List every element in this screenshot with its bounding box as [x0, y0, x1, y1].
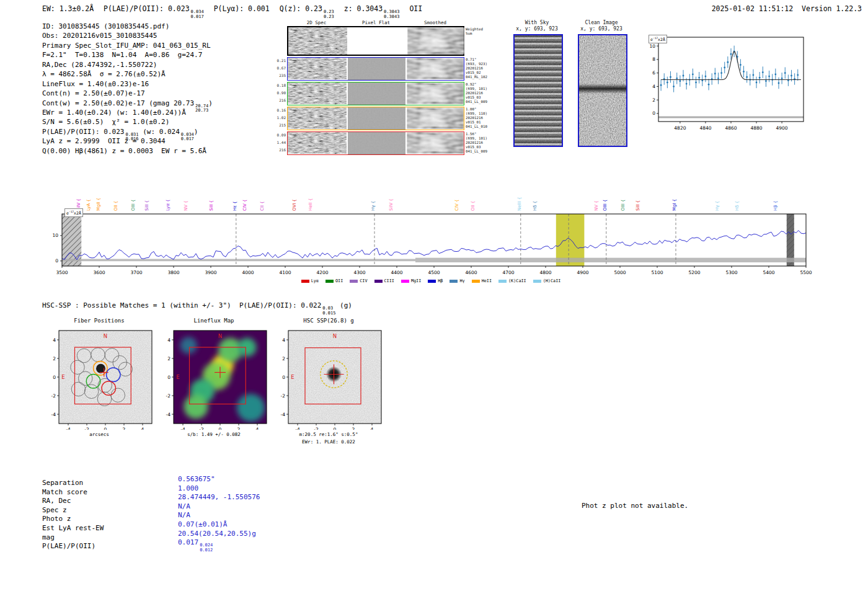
lineflux-map-plot: -4-4-2-2002244NE	[152, 327, 276, 430]
svg-text:4500: 4500	[428, 270, 440, 275]
svg-text:4100: 4100	[279, 270, 291, 275]
annotation-line: 041_RL_102	[466, 75, 487, 79]
svg-text:4880: 4880	[751, 125, 763, 131]
fiber-cutout-row	[287, 131, 464, 155]
line-label-LyA: LyA {	[86, 199, 91, 211]
legend-item-HeII: HeII	[472, 278, 492, 283]
spectrum-legend: LyαOIICIVCIIIMgIIHβHγHeII(K)CaII(H)CaII	[43, 278, 818, 283]
col-header-2dspec: 2D Spec	[287, 20, 346, 25]
info-line: Primary Spec_Slot_IFU_AMP: 041_063_015_R…	[42, 42, 213, 51]
svg-text:0: 0	[652, 110, 655, 116]
pixelflat-strip	[348, 107, 405, 130]
legend-label: Hβ	[438, 278, 443, 283]
match-field-value: 0.563675"	[178, 475, 215, 483]
fiber-row-annotation: 1.56"(699, 101)20201216v015_03041_LL_009	[466, 132, 487, 154]
legend-label: (H)CaII	[543, 278, 561, 283]
match-table-row: Photo zN/A	[42, 515, 260, 524]
legend-label: Lyα	[311, 278, 319, 283]
svg-text:5100: 5100	[651, 270, 663, 275]
text-segment: P(LAE)/P(OII): 0.023	[104, 4, 189, 13]
match-value-text: N/A	[178, 502, 190, 510]
svg-text:-4: -4	[281, 412, 286, 417]
annotation-line: 1.00"	[466, 107, 487, 112]
bright-blob	[415, 110, 455, 127]
legend-item-Hγ: Hγ	[450, 278, 464, 283]
spec2d-cutouts: 2D Spec Pixel Flat Smoothed WeightedSum0…	[275, 17, 496, 163]
info-line: RA,Dec (28.474392,-1.550722)	[42, 61, 213, 70]
bright-blob	[416, 30, 456, 52]
annotation-line: v015_01	[466, 120, 487, 125]
annotation-line: 1.56"	[466, 132, 487, 136]
noise-texture	[348, 58, 405, 79]
sub-value: 20.73	[195, 109, 208, 113]
svg-text:4600: 4600	[465, 270, 477, 275]
stat-value: 0.16	[275, 107, 286, 114]
fiber-positions-plot: -4-4-2-2002244NE	[37, 327, 161, 430]
svg-text:3500: 3500	[56, 270, 68, 275]
clean-coords: x, y: 693, 923	[573, 26, 630, 32]
smoothed-strip	[407, 132, 464, 154]
pixelflat-strip	[348, 82, 405, 105]
catalog-match-table: Separation0.563675"Match score1.000RA, D…	[42, 479, 260, 551]
info-line: S/N = 5.6(±0.5) χ² = 1.0(±0.2)	[42, 118, 213, 127]
sup-sub-value: 0.030.015	[322, 306, 335, 316]
line-label-CIV: CIV {	[454, 200, 459, 211]
match-table-row: RA, Dec28.474449, -1.550576	[42, 497, 260, 506]
svg-text:2: 2	[53, 356, 56, 362]
line-label-MgI: MgI {	[672, 199, 677, 211]
spec2d-strip	[288, 107, 347, 130]
text-segment: P(LAE)/P(OII): 0.023	[42, 128, 124, 136]
annotation-line: (699, 101)	[466, 87, 487, 91]
text-segment: )	[194, 128, 198, 136]
line-label-OVI: OVI {	[292, 199, 297, 211]
legend-swatch	[498, 280, 507, 283]
header-segment: P(LAE)/P(OII): 0.0230.0340.017	[104, 4, 204, 13]
text-segment: Primary Spec_Slot_IFU_AMP: 041_063_015_R…	[42, 42, 211, 50]
text-segment: (g)	[335, 301, 352, 309]
text-segment: λ = 4862.58Å σ = 2.76(±0.52)Å	[42, 70, 166, 78]
match-value-text: 0.563675"	[178, 475, 215, 483]
spec2d-strip	[288, 132, 347, 154]
svg-text:E: E	[291, 374, 294, 380]
svg-text:-2: -2	[51, 393, 56, 399]
svg-text:4: 4	[282, 337, 285, 343]
svg-text:4200: 4200	[316, 270, 328, 275]
legend-label: Hγ	[459, 278, 464, 283]
text-segment: Cont(w) = 2.50(±0.02)e-17 (gmag 20.73	[42, 99, 194, 107]
clean-title: Clean Image	[573, 20, 630, 25]
legend-item-(K)CaII: (K)CaII	[498, 278, 526, 283]
hsc-xlabel-1: m:20.5 re:1.6" s:0.5"	[267, 432, 391, 437]
svg-text:0: 0	[53, 375, 56, 380]
match-value-text: 0.07(±0.01)Å	[178, 520, 227, 528]
legend-item-CIV: CIV	[350, 278, 367, 283]
svg-text:-4: -4	[166, 412, 171, 417]
line-label-CII: CII {	[260, 201, 265, 211]
noise-texture	[288, 107, 347, 129]
match-field-value: N/A	[178, 511, 190, 519]
header-segment: Q(z): 0.230.230.23	[280, 4, 334, 13]
line-label-Hδ: Hδ {	[735, 201, 740, 211]
clean-dark-band	[579, 84, 626, 94]
legend-item-Lyα: Lyα	[301, 278, 319, 283]
legend-swatch	[450, 280, 458, 283]
svg-text:6: 6	[652, 70, 655, 76]
svg-text:-4: -4	[180, 427, 185, 430]
svg-text:-2: -2	[166, 393, 171, 399]
clean-cutout	[578, 34, 627, 147]
legend-label: CIV	[360, 278, 367, 283]
line-label-OII: OII {	[471, 201, 476, 211]
match-field-label: Est LyA rest-EW	[42, 524, 178, 532]
line-label-NV: NV {	[594, 200, 599, 211]
annotation-line: 20201216	[466, 66, 487, 71]
stat-value: 0.09	[275, 131, 286, 139]
svg-text:4860: 4860	[725, 125, 737, 131]
fiber-row-stats: 0.180.90216	[275, 82, 286, 104]
svg-text:4: 4	[167, 337, 170, 343]
svg-text:-4: -4	[51, 412, 56, 417]
match-field-value: 20.54(20.54,20.55)g	[178, 530, 256, 538]
fiber-row-annotation: 1.00"(699, 110)20201216v015_01041_LL_010	[466, 107, 487, 129]
svg-text:5500: 5500	[800, 270, 812, 275]
info-line: Obs: 20201216v015_3010835445	[42, 32, 213, 41]
svg-text:5200: 5200	[688, 270, 700, 275]
line-label-NeIII: NeIII {	[517, 197, 522, 211]
